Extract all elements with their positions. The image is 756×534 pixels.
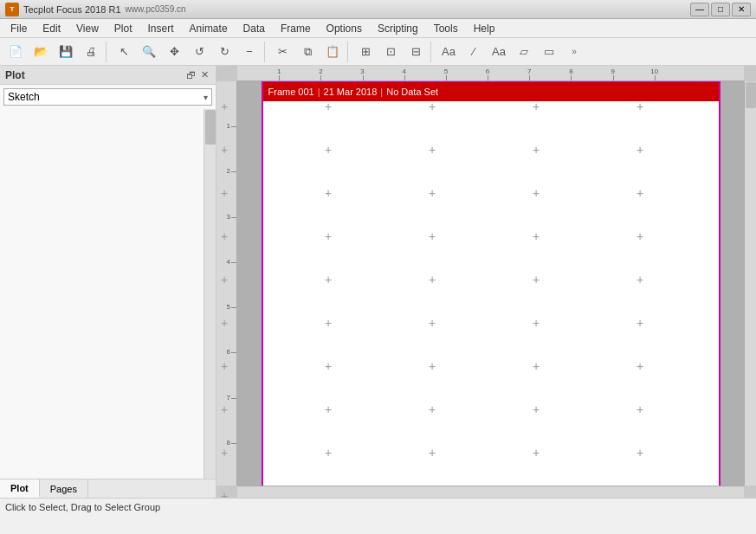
toolbar-btn-spin[interactable]: ↺ [187, 41, 211, 63]
toolbar-btn-save[interactable]: 💾 [54, 41, 78, 63]
panel-tabs: PlotPages [0, 479, 216, 498]
menu-item-view[interactable]: View [69, 21, 106, 36]
toolbar-btn-cut[interactable]: ✂ [270, 41, 294, 63]
horizontal-ruler-container: 12345678910 [216, 66, 744, 81]
toolbar-separator-10 [264, 42, 268, 62]
maximize-button[interactable]: □ [711, 3, 730, 16]
ruler-tick-v-2 [231, 171, 236, 172]
ruler-label-v-5: 5 [227, 303, 230, 311]
toolbar-btn-line[interactable]: ⁄ [462, 41, 486, 63]
toolbar-more-button[interactable]: » [562, 41, 586, 63]
canvas-area[interactable]: 12345678 12345678910 Frame 001 | 21 Mar … [216, 66, 756, 498]
minimize-button[interactable]: — [690, 3, 709, 16]
menu-item-edit[interactable]: Edit [36, 21, 68, 36]
ruler-label-v-4: 4 [227, 258, 230, 266]
main-area: Plot 🗗 ✕ Sketch ▾ PlotPages 12345678 123… [0, 66, 756, 498]
toolbar-btn-frame-del[interactable]: ⊟ [404, 41, 428, 63]
panel-scrollbar[interactable] [204, 109, 216, 479]
toolbar-btn-frame-active[interactable]: ⊡ [378, 41, 403, 63]
toolbar-btn-measure[interactable]: ▱ [512, 41, 536, 63]
ruler-tick-h-3 [363, 75, 364, 80]
ruler-tick-h-8 [571, 75, 572, 80]
ruler-label-h-6: 6 [479, 68, 496, 75]
panel-tab-pages[interactable]: Pages [40, 479, 88, 498]
ruler-tick-h-9 [613, 75, 614, 80]
ruler-label-v-2: 2 [227, 167, 230, 175]
ruler-label-h-10: 10 [646, 68, 663, 75]
menu-item-data[interactable]: Data [236, 21, 272, 36]
paper-container: Frame 001 | 21 Mar 2018 | No Data Set [237, 81, 744, 486]
toolbar-btn-text-label[interactable]: Aa [487, 41, 511, 63]
panel-controls: 🗗 ✕ [184, 69, 210, 81]
toolbar-btn-pan[interactable]: ✥ [162, 41, 186, 63]
status-bar: Click to Select, Drag to Select Group [0, 498, 756, 515]
toolbar-btn-copy[interactable]: ⧉ [295, 41, 320, 63]
sketch-dropdown[interactable]: Sketch ▾ [3, 88, 212, 106]
menu-item-insert[interactable]: Insert [141, 21, 181, 36]
ruler-label-h-8: 8 [562, 68, 579, 75]
menu-item-tools[interactable]: Tools [427, 21, 465, 36]
ruler-tick-h-4 [404, 75, 405, 80]
app-title: Tecplot Focus 2018 R1 [23, 4, 121, 15]
ruler-tick-v-1 [231, 126, 236, 127]
horizontal-ruler: 12345678910 [237, 66, 744, 81]
bottom-scrollbar[interactable] [237, 486, 744, 498]
toolbar-btn-paste[interactable]: 📋 [320, 41, 345, 63]
toolbar-btn-rotate[interactable]: ↻ [212, 41, 236, 63]
toolbar-btn-frame-new[interactable]: ⊞ [353, 41, 378, 63]
app-icon: T [5, 3, 19, 16]
watermark-text: www.pc0359.cn [126, 4, 186, 14]
panel-header: Plot 🗗 ✕ [0, 66, 216, 85]
ruler-label-h-7: 7 [520, 68, 538, 75]
right-scrollbar[interactable] [744, 81, 756, 486]
ruler-tick-v-6 [231, 352, 236, 353]
frame-header: Frame 001 | 21 Mar 2018 | No Data Set [263, 82, 719, 101]
toolbar-btn-zoom-out[interactable]: − [237, 41, 262, 63]
toolbar-separator-13 [347, 42, 351, 62]
ruler-tick-h-10 [655, 75, 656, 80]
menu-item-animate[interactable]: Animate [183, 21, 235, 36]
toolbar-btn-new[interactable]: 📄 [3, 41, 28, 63]
ruler-tick-v-4 [231, 262, 236, 263]
close-button[interactable]: ✕ [732, 3, 751, 16]
left-panel: Plot 🗗 ✕ Sketch ▾ PlotPages [0, 66, 216, 498]
ruler-label-v-8: 8 [227, 439, 230, 447]
menu-item-options[interactable]: Options [320, 21, 369, 36]
ruler-label-h-9: 9 [604, 68, 622, 75]
panel-title: Plot [5, 69, 25, 81]
menu-item-help[interactable]: Help [467, 21, 502, 36]
toolbar-btn-print[interactable]: 🖨 [79, 41, 103, 63]
toolbar-btn-rectangle[interactable]: ▭ [537, 41, 561, 63]
title-bar-left: T Tecplot Focus 2018 R1 www.pc0359.cn [5, 3, 186, 16]
panel-close-button[interactable]: ✕ [198, 69, 210, 81]
vertical-ruler: 12345678 [216, 81, 237, 486]
ruler-tick-h-2 [320, 75, 321, 80]
menu-item-scripting[interactable]: Scripting [371, 21, 425, 36]
frame-label: Frame 001 [268, 87, 314, 97]
ruler-tick-h-1 [279, 75, 280, 80]
title-controls: — □ ✕ [690, 3, 751, 16]
panel-restore-button[interactable]: 🗗 [184, 69, 197, 81]
toolbar-btn-font[interactable]: Aa [436, 41, 461, 63]
chevron-down-icon: ▾ [204, 93, 208, 102]
frame-date: 21 Mar 2018 [324, 87, 378, 97]
ruler-label-h-3: 3 [354, 68, 372, 75]
toolbar-btn-zoom-in[interactable]: 🔍 [137, 41, 161, 63]
frame-dataset: No Data Set [386, 87, 438, 97]
ruler-tick-h-6 [488, 75, 488, 80]
ruler-label-h-5: 5 [437, 68, 455, 75]
ruler-tick-h-5 [446, 75, 447, 80]
ruler-tick-v-5 [231, 307, 236, 308]
ruler-label-v-6: 6 [227, 348, 230, 356]
menu-item-file[interactable]: File [3, 21, 34, 36]
toolbar-btn-open[interactable]: 📂 [29, 41, 53, 63]
toolbar-separator-4 [106, 42, 109, 62]
menu-item-frame[interactable]: Frame [274, 21, 318, 36]
menu-item-plot[interactable]: Plot [107, 21, 139, 36]
ruler-label-h-4: 4 [396, 68, 413, 75]
panel-tab-plot[interactable]: Plot [0, 479, 40, 498]
toolbar-btn-select-cursor[interactable]: ↖ [112, 41, 136, 63]
status-text: Click to Select, Drag to Select Group [5, 502, 160, 512]
title-bar: T Tecplot Focus 2018 R1 www.pc0359.cn — … [0, 0, 756, 19]
ruler-tick-v-3 [231, 217, 236, 218]
